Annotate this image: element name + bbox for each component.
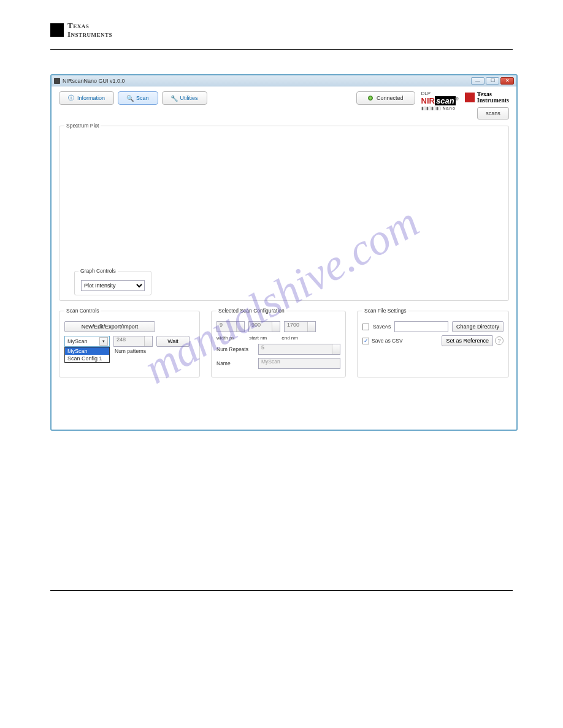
info-icon: ⓘ bbox=[68, 95, 74, 101]
scan-file-settings-group: Scan File Settings SaveAs Change Directo… bbox=[357, 311, 509, 377]
save-csv-checkbox[interactable]: ✓ bbox=[362, 338, 369, 344]
information-label: Information bbox=[77, 95, 105, 101]
selected-config-title: Selected Scan Configuration bbox=[216, 308, 286, 314]
dropdown-list: MyScan Scan Config 1 bbox=[64, 347, 110, 363]
nir-label: NIR bbox=[421, 96, 435, 105]
start-nm-label: start nm bbox=[249, 335, 267, 341]
ti-brand-line2: Instruments bbox=[67, 30, 112, 39]
scans-button[interactable]: scans bbox=[477, 107, 509, 119]
graph-controls-group: Graph Controls Plot Intensity bbox=[74, 271, 151, 295]
connection-led-icon bbox=[368, 96, 373, 100]
end-nm-label: end nm bbox=[282, 335, 298, 341]
help-icon[interactable]: ? bbox=[495, 336, 504, 345]
saveas-path-input[interactable] bbox=[394, 321, 448, 332]
spectrum-plot-title: Spectrum Plot bbox=[64, 123, 101, 129]
change-directory-button[interactable]: Change Directory bbox=[452, 321, 504, 332]
start-nm-spinner[interactable]: 900 bbox=[248, 321, 280, 332]
scan-file-settings-title: Scan File Settings bbox=[362, 308, 408, 314]
end-nm-value: 1700 bbox=[287, 322, 299, 328]
ti-logo-header: Texas Instruments bbox=[50, 21, 513, 38]
width-px-spinner[interactable]: 9 bbox=[216, 321, 245, 332]
wrench-icon: 🔧 bbox=[171, 95, 177, 101]
dropdown-item-scanconfig1[interactable]: Scan Config 1 bbox=[65, 355, 109, 362]
new-btn-label: New/Edit/Export/Import bbox=[82, 324, 139, 330]
utilities-label: Utilities bbox=[180, 95, 198, 101]
scan-label: Scan bbox=[136, 95, 149, 101]
scan-controls-title: Scan Controls bbox=[64, 308, 101, 314]
scan-box-label: scan bbox=[435, 96, 456, 105]
ti-small-line2: Instruments bbox=[477, 97, 509, 104]
app-icon bbox=[54, 78, 60, 84]
num-repeats-label: Num Repeats bbox=[216, 346, 255, 352]
nano-deco-icon: ▮▯▮▯▮▯▮▯ bbox=[421, 106, 441, 110]
scan-button[interactable]: 🔍 Scan bbox=[118, 91, 158, 105]
scan-config-dropdown[interactable]: MyScan ▾ MyScan Scan Config 1 Num patter… bbox=[64, 336, 110, 347]
minimize-button[interactable]: — bbox=[471, 77, 484, 85]
app-window: NIRscanNano GUI v1.0.0 — ☐ ✕ ⓘ Informati… bbox=[50, 74, 518, 431]
selected-scan-config-group: Selected Scan Configuration 9 900 1700 w… bbox=[211, 311, 346, 377]
set-ref-label: Set as Reference bbox=[446, 338, 489, 344]
wait-button[interactable]: Wait bbox=[156, 336, 190, 347]
close-button[interactable]: ✕ bbox=[500, 77, 514, 85]
saveas-checkbox[interactable] bbox=[362, 324, 369, 330]
connected-button[interactable]: Connected bbox=[356, 91, 415, 105]
ti-chip-small-icon bbox=[465, 93, 475, 102]
dropdown-item-myscan[interactable]: MyScan bbox=[65, 347, 109, 355]
bottom-rule bbox=[50, 590, 513, 591]
end-nm-spinner[interactable]: 1700 bbox=[284, 321, 316, 332]
name-label: Name bbox=[216, 360, 255, 366]
nirscan-logo: DLP NIRscan® ▮▯▮▯▮▯▮▯ Nano bbox=[421, 91, 459, 110]
wait-label: Wait bbox=[167, 338, 178, 344]
ti-chip-icon bbox=[50, 23, 64, 37]
search-icon: 🔍 bbox=[127, 95, 133, 101]
save-csv-label: Save as CSV bbox=[372, 338, 403, 344]
window-title: NIRscanNano GUI v1.0.0 bbox=[63, 78, 125, 84]
change-dir-label: Change Directory bbox=[456, 324, 499, 330]
scan-name-input[interactable]: MyScan bbox=[258, 358, 340, 369]
new-edit-export-import-button[interactable]: New/Edit/Export/Import bbox=[64, 321, 155, 332]
num-patterns-label: Num patterns bbox=[115, 348, 146, 354]
scans-label: scans bbox=[486, 110, 500, 116]
window-titlebar: NIRscanNano GUI v1.0.0 — ☐ ✕ bbox=[52, 75, 516, 86]
num-patterns-spinner[interactable]: 248 bbox=[113, 336, 153, 347]
top-rule bbox=[50, 49, 513, 50]
connected-label: Connected bbox=[377, 95, 404, 101]
start-nm-value: 900 bbox=[251, 322, 261, 328]
nano-label: Nano bbox=[443, 106, 456, 110]
scan-controls-group: Scan Controls New/Edit/Export/Import MyS… bbox=[59, 311, 200, 377]
num-value: 248 bbox=[117, 336, 126, 343]
graph-controls-title: Graph Controls bbox=[79, 268, 118, 274]
scan-name-value: MyScan bbox=[261, 358, 280, 365]
ti-brand-line1: Texas bbox=[67, 21, 112, 30]
num-repeats-spinner[interactable]: 5 bbox=[258, 344, 340, 355]
width-px-label: width px bbox=[216, 335, 234, 341]
graph-mode-select[interactable]: Plot Intensity bbox=[81, 280, 145, 291]
maximize-button[interactable]: ☐ bbox=[486, 77, 499, 85]
ti-logo-small: Texas Instruments bbox=[465, 91, 509, 104]
information-button[interactable]: ⓘ Information bbox=[59, 91, 114, 105]
saveas-label: SaveAs bbox=[373, 324, 391, 330]
spectrum-plot-group: Spectrum Plot Graph Controls Plot Intens… bbox=[59, 126, 509, 301]
width-px-value: 9 bbox=[220, 322, 223, 328]
chevron-down-icon: ▾ bbox=[99, 337, 108, 346]
num-repeats-value: 5 bbox=[261, 344, 264, 351]
utilities-button[interactable]: 🔧 Utilities bbox=[162, 91, 207, 105]
set-as-reference-button[interactable]: Set as Reference bbox=[442, 335, 493, 346]
ti-brand-text: Texas Instruments bbox=[67, 21, 112, 38]
dropdown-selected-value: MyScan bbox=[67, 338, 88, 344]
